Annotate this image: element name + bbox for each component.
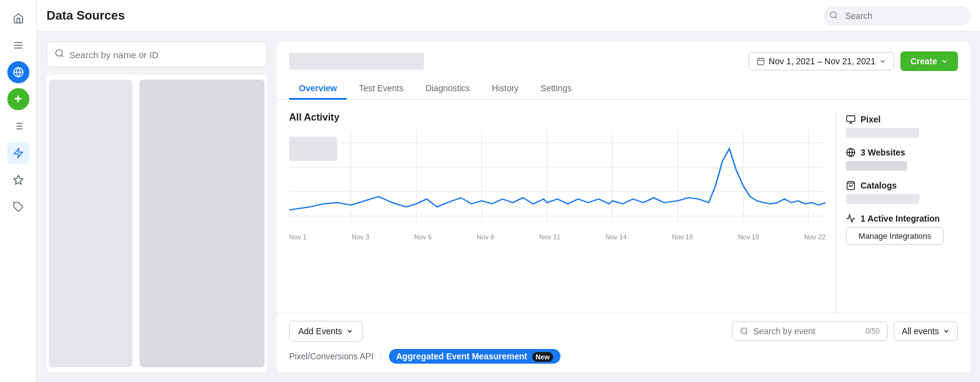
tab-diagnostics[interactable]: Diagnostics xyxy=(416,78,480,100)
search-box xyxy=(47,42,267,67)
all-events-dropdown[interactable]: All events xyxy=(894,321,958,341)
new-badge: New xyxy=(532,352,554,362)
x-label-nov19: Nov 19 xyxy=(738,233,760,241)
app-sidebar: + xyxy=(0,0,37,382)
pixel-section: Pixel xyxy=(846,114,958,138)
catalogs-sub xyxy=(846,194,919,204)
footer-tab-aem[interactable]: Aggregated Event Measurement New xyxy=(389,349,560,364)
tab-bar: Overview Test Events Diagnostics History… xyxy=(277,71,970,100)
right-sidebar-panel: Pixel 3 Websites Cat xyxy=(835,112,958,313)
svg-line-17 xyxy=(61,55,63,57)
sidebar-icon-events[interactable] xyxy=(7,142,29,164)
x-axis-labels: Nov 1 Nov 3 Nov 6 Nov 8 Nov 11 Nov 14 No… xyxy=(289,231,826,241)
integration-title: 1 Active Integration xyxy=(846,214,958,223)
svg-line-42 xyxy=(746,333,748,335)
svg-marker-12 xyxy=(13,176,23,184)
svg-point-16 xyxy=(56,50,62,56)
datasource-name-placeholder xyxy=(289,53,424,70)
sidebar-icon-home[interactable] xyxy=(7,7,29,29)
source-search-input[interactable] xyxy=(69,50,259,60)
x-label-nov6: Nov 6 xyxy=(414,233,432,241)
footer-tabs: Pixel/Conversions API Aggregated Event M… xyxy=(277,349,970,372)
add-events-button[interactable]: Add Events xyxy=(289,321,363,342)
websites-sub xyxy=(846,161,907,171)
sidebar-icon-star[interactable] xyxy=(7,169,29,191)
topbar-search-wrap xyxy=(823,6,970,26)
sidebar-icon-globe[interactable] xyxy=(7,61,29,83)
x-label-nov1: Nov 1 xyxy=(289,233,307,241)
bottom-bar: Add Events 0/50 All events xyxy=(277,313,970,349)
left-panel xyxy=(47,42,267,372)
footer-tab-pixel[interactable]: Pixel/Conversions API xyxy=(289,351,374,361)
x-label-nov14: Nov 14 xyxy=(606,233,627,241)
x-label-nov22: Nov 22 xyxy=(804,233,826,241)
date-picker[interactable]: Nov 1, 2021 – Nov 21, 2021 xyxy=(748,52,894,70)
chart-container: Nov 1 Nov 3 Nov 6 Nov 8 Nov 11 Nov 14 No… xyxy=(289,130,826,313)
x-label-nov8: Nov 8 xyxy=(477,233,494,241)
right-header: Nov 1, 2021 – Nov 21, 2021 Create xyxy=(277,42,970,71)
svg-point-41 xyxy=(741,328,747,334)
header-right: Nov 1, 2021 – Nov 21, 2021 Create xyxy=(748,51,958,71)
event-search-input[interactable] xyxy=(753,326,861,336)
topbar-search-input[interactable] xyxy=(823,6,970,26)
topbar-search-icon xyxy=(829,10,838,21)
chart-main: All Activity xyxy=(289,112,826,313)
pixel-sub xyxy=(846,128,919,138)
catalogs-title: Catalogs xyxy=(846,181,958,190)
integration-section: 1 Active Integration Manage Integrations xyxy=(846,214,958,245)
right-panel: Nov 1, 2021 – Nov 21, 2021 Create Overvi… xyxy=(277,42,970,372)
event-count: 0/50 xyxy=(865,327,880,335)
websites-title: 3 Websites xyxy=(846,148,958,157)
source-list xyxy=(47,75,267,372)
x-label-nov3: Nov 3 xyxy=(352,233,369,241)
pixel-title: Pixel xyxy=(846,114,958,124)
sidebar-icon-tag[interactable] xyxy=(7,196,29,218)
svg-rect-18 xyxy=(758,58,764,65)
tab-overview[interactable]: Overview xyxy=(289,78,347,100)
chart-title: All Activity xyxy=(289,112,826,123)
footer-divider xyxy=(381,350,382,362)
create-button[interactable]: Create xyxy=(900,51,958,71)
x-label-nov16: Nov 16 xyxy=(672,233,693,241)
svg-marker-11 xyxy=(14,149,23,158)
svg-line-15 xyxy=(835,17,837,18)
catalogs-section: Catalogs xyxy=(846,181,958,204)
tab-settings[interactable]: Settings xyxy=(531,78,582,100)
sidebar-icon-list[interactable] xyxy=(7,115,29,137)
x-label-nov11: Nov 11 xyxy=(539,233,560,241)
event-search-wrap: 0/50 xyxy=(732,321,888,341)
tab-history[interactable]: History xyxy=(482,78,529,100)
svg-rect-35 xyxy=(846,116,854,121)
list-col-2 xyxy=(140,80,265,367)
sidebar-icon-add[interactable]: + xyxy=(7,88,29,110)
svg-point-14 xyxy=(831,12,836,17)
page-title: Data Sources xyxy=(47,9,823,23)
main-content: Data Sources xyxy=(37,0,980,382)
chart-area: All Activity xyxy=(277,100,970,313)
tab-test-events[interactable]: Test Events xyxy=(349,78,413,100)
bottom-right: 0/50 All events xyxy=(732,321,958,341)
sidebar-icon-menu[interactable] xyxy=(7,34,29,56)
websites-section: 3 Websites xyxy=(846,148,958,171)
top-bar: Data Sources xyxy=(37,0,980,32)
date-range-label: Nov 1, 2021 – Nov 21, 2021 xyxy=(769,56,875,66)
list-col-1 xyxy=(49,80,132,367)
body-area: Nov 1, 2021 – Nov 21, 2021 Create Overvi… xyxy=(37,32,980,382)
search-icon xyxy=(55,48,64,61)
line-chart xyxy=(289,130,826,228)
svg-rect-34 xyxy=(289,137,337,161)
manage-integrations-button[interactable]: Manage Integrations xyxy=(846,227,944,245)
